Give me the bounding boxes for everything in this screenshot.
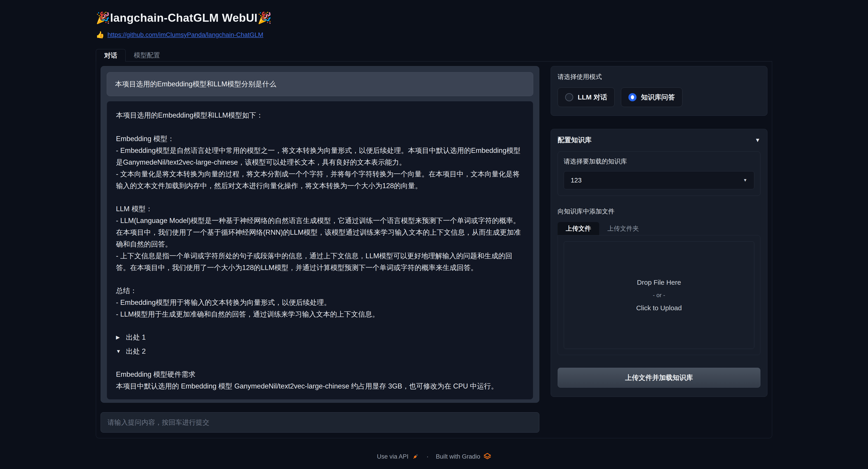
radio-off-icon [565, 93, 573, 101]
radio-kb-qa[interactable]: 知识库问答 [621, 88, 682, 107]
radio-llm-chat[interactable]: LLM 对话 [558, 88, 615, 107]
radio-on-icon [628, 93, 637, 101]
bot-message: 本项目选用的Embedding模型和LLM模型如下： Embedding 模型：… [107, 101, 533, 400]
file-dropzone[interactable]: Drop File Here - or - Click to Upload [564, 241, 754, 349]
plug-icon [412, 453, 419, 461]
radio-label: 知识库问答 [641, 93, 675, 102]
bot-paragraph: Embedding 模型： - Embedding模型是自然语言处理中常用的模型… [116, 133, 524, 192]
upload-and-load-kb-button[interactable]: 上传文件并加载知识库 [558, 368, 761, 388]
gradio-logo-icon [484, 453, 491, 461]
tab-upload-file[interactable]: 上传文件 [558, 222, 599, 235]
page-title: 🎉langchain-ChatGLM WebUI🎉 [96, 11, 772, 24]
triangle-down-icon: ▼ [116, 346, 122, 357]
repo-link-row: 👍 https://github.com/imClumsyPanda/langc… [96, 31, 772, 39]
upload-tabbar: 上传文件 上传文件夹 [558, 222, 761, 235]
chatbot-window: 本项目选用的Embedding模型和LLM模型分别是什么 本项目选用的Embed… [101, 66, 539, 403]
chat-tab-panel: 本项目选用的Embedding模型和LLM模型分别是什么 本项目选用的Embed… [96, 61, 772, 438]
page: 🎉langchain-ChatGLM WebUI🎉 👍 https://gith… [96, 0, 772, 461]
kb-accordion-title: 配置知识库 [558, 136, 592, 145]
query-input-row [101, 412, 539, 434]
source-toggle-1[interactable]: ▶ 出处 1 [116, 331, 524, 343]
footer: Use via API · Built with Gradio [96, 453, 772, 461]
dropzone-line1: Drop File Here [637, 279, 681, 286]
built-with-gradio-label: Built with Gradio [436, 453, 480, 460]
source-toggle-2[interactable]: ▼ 出处 2 [116, 346, 524, 357]
mode-select-box: 请选择使用模式 LLM 对话 知识库问答 [551, 66, 767, 116]
use-via-api-link[interactable]: Use via API [377, 453, 419, 461]
source-label: 出处 2 [126, 346, 146, 357]
built-with-gradio-link[interactable]: Built with Gradio [436, 453, 491, 461]
tab-chat[interactable]: 对话 [96, 49, 126, 61]
kb-select-box: 请选择要加载的知识库 123 ▼ [558, 151, 761, 196]
source-2-content: Embedding 模型硬件需求 本项目中默认选用的 Embedding 模型 … [116, 369, 524, 392]
tab-upload-folder[interactable]: 上传文件夹 [599, 222, 647, 235]
bot-paragraph: LLM 模型： - LLM(Language Model)模型是一种基于神经网络… [116, 203, 524, 274]
bot-paragraph: 本项目选用的Embedding模型和LLM模型如下： [116, 110, 524, 121]
chat-column: 本项目选用的Embedding模型和LLM模型分别是什么 本项目选用的Embed… [101, 66, 539, 434]
upload-tab-panel: Drop File Here - or - Click to Upload [558, 235, 761, 355]
source-label: 出处 1 [126, 331, 146, 343]
tab-model-config[interactable]: 模型配置 [126, 49, 168, 61]
query-input[interactable] [101, 412, 539, 433]
thumbs-up-icon: 👍 [96, 31, 104, 39]
chevron-down-icon: ▼ [755, 137, 761, 143]
repo-link[interactable]: https://github.com/imClumsyPanda/langcha… [107, 31, 263, 38]
footer-separator: · [427, 453, 429, 460]
kb-config-accordion: 配置知识库 ▼ 请选择要加载的知识库 123 ▼ 向知识库中添加文件 上传文件 … [551, 129, 767, 397]
kb-dropdown[interactable]: 123 ▼ [564, 171, 754, 189]
triangle-right-icon: ▶ [116, 331, 122, 343]
add-files-label: 向知识库中添加文件 [558, 207, 761, 216]
user-message: 本项目选用的Embedding模型和LLM模型分别是什么 [107, 72, 533, 96]
kb-dropdown-value: 123 [571, 177, 582, 184]
dropzone-line2: - or - [653, 292, 665, 299]
dropdown-caret-icon: ▼ [743, 178, 747, 183]
kb-accordion-header[interactable]: 配置知识库 ▼ [558, 136, 761, 145]
main-tabbar: 对话 模型配置 [96, 49, 772, 61]
radio-label: LLM 对话 [578, 93, 607, 102]
kb-select-label: 请选择要加载的知识库 [564, 157, 754, 166]
config-column: 请选择使用模式 LLM 对话 知识库问答 配置知识库 ▼ [551, 66, 767, 434]
use-via-api-label: Use via API [377, 453, 408, 460]
mode-radio-group: LLM 对话 知识库问答 [558, 88, 761, 107]
bot-paragraph: 总结： - Embedding模型用于将输入的文本转换为向量形式，以便后续处理。… [116, 285, 524, 320]
dropzone-line3: Click to Upload [636, 304, 682, 312]
mode-select-label: 请选择使用模式 [558, 72, 761, 81]
